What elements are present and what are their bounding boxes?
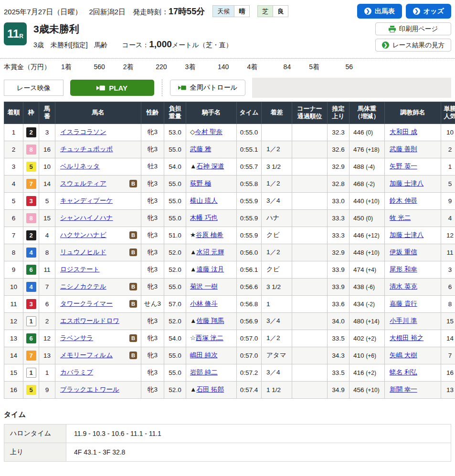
sex-age-cell: 牝3 bbox=[141, 261, 164, 278]
jockey-link[interactable]: 横山 琉人 bbox=[190, 197, 218, 204]
jockey-link[interactable]: 谷原 柚希 bbox=[196, 231, 223, 238]
horse-link[interactable]: カバラミプ bbox=[60, 369, 93, 376]
trainer-link[interactable]: 大根田 裕之 bbox=[390, 334, 423, 341]
trainer-cell: 矢野 英一 bbox=[385, 158, 441, 175]
column-header: タイム bbox=[237, 102, 262, 124]
popularity-cell: 14 bbox=[441, 330, 455, 347]
trainer-link[interactable]: 蛯名 利弘 bbox=[390, 369, 417, 376]
prize-amount: 220 bbox=[137, 63, 167, 71]
horse-link[interactable]: チュッチュポッポ bbox=[60, 145, 113, 153]
umaban-cell: 5 bbox=[39, 192, 55, 209]
umaban-cell: 9 bbox=[39, 381, 55, 398]
waku-badge: 3 bbox=[26, 299, 36, 309]
prize-item: 1着560 bbox=[61, 63, 123, 72]
horse-weight-cell: 448 (+10) bbox=[349, 244, 385, 261]
trainer-link[interactable]: 加藤 士津八 bbox=[390, 180, 423, 187]
waku-badge: 4 bbox=[26, 248, 36, 258]
trainer-cell: 牧 光二 bbox=[385, 209, 441, 227]
horse-link[interactable]: ロジステート bbox=[60, 266, 100, 273]
jockey-link[interactable]: 小林 脩斗 bbox=[190, 300, 218, 307]
trainer-link[interactable]: 加藤 士津八 bbox=[390, 231, 423, 238]
rank-cell: 1 bbox=[4, 124, 23, 141]
horse-link[interactable]: イスラコラソン bbox=[60, 128, 106, 135]
prize-money-row: 本賞金（万円） 1着5602着2203着1404着845着56 bbox=[0, 58, 455, 74]
horse-link[interactable]: メモリーフィルム bbox=[60, 352, 113, 359]
video-row: レース映像 PLAY 全周パトロール bbox=[4, 78, 451, 98]
course-label: コース： bbox=[122, 41, 149, 50]
trainer-cell: 小手川 準 bbox=[385, 312, 441, 330]
horse-link[interactable]: ブラックエトワール bbox=[60, 386, 119, 393]
horse-link[interactable]: ハクサンハナビ bbox=[60, 231, 106, 238]
trainer-link[interactable]: 牧 光二 bbox=[390, 214, 411, 221]
jockey-link[interactable]: 佐藤 翔馬 bbox=[196, 317, 224, 324]
jockey-link[interactable]: 岩部 純二 bbox=[190, 369, 218, 376]
horse-weight-cell: 440 (+10) bbox=[349, 192, 385, 209]
horse-link[interactable]: エスポワールドロワ bbox=[60, 317, 119, 324]
horse-link[interactable]: タワークライマー bbox=[60, 300, 113, 307]
trainer-link[interactable]: 新開 幸一 bbox=[390, 386, 417, 393]
trainer-link[interactable]: 大和田 成 bbox=[390, 128, 417, 135]
horse-link[interactable]: リュウノヒルド bbox=[60, 248, 106, 256]
trainer-link[interactable]: 嘉藤 貴行 bbox=[390, 300, 417, 307]
horse-link[interactable]: スウェルティア bbox=[60, 180, 106, 187]
trainer-cell: 大和田 成 bbox=[385, 124, 441, 141]
patrol-video-button[interactable]: 全周パトロール bbox=[170, 80, 245, 96]
jockey-link[interactable]: 遠藤 汰月 bbox=[196, 266, 224, 273]
result-row: 848リュウノヒルドB牝352.0▲水沼 元輝0:56.01／232.9448 … bbox=[4, 244, 455, 261]
jockey-link[interactable]: 木幡 巧也 bbox=[190, 214, 218, 221]
waku-cell: 6 bbox=[23, 261, 39, 278]
jockey-link[interactable]: 武藤 雅 bbox=[190, 145, 211, 153]
print-page-button[interactable]: 印刷用ページ bbox=[375, 22, 451, 35]
jockey-link[interactable]: 水沼 元輝 bbox=[196, 248, 224, 256]
waku-cell: 2 bbox=[23, 227, 39, 244]
result-guide-button[interactable]: ❯ レース結果の見方 bbox=[375, 39, 451, 52]
umaban-cell: 14 bbox=[39, 175, 55, 192]
weather-badge: 天候 晴 bbox=[212, 5, 250, 17]
jockey-link[interactable]: 荻野 極 bbox=[190, 180, 211, 187]
weather-label: 天候 bbox=[213, 6, 234, 17]
horse-link[interactable]: ニシノカクテル bbox=[60, 283, 106, 290]
trainer-link[interactable]: 鈴木 伸尋 bbox=[390, 197, 417, 204]
horse-weight-cell: 410 (+6) bbox=[349, 347, 385, 364]
last3f-cell: 32.8 bbox=[328, 175, 349, 192]
result-row: 6815シャンハイノハナ牝355.0木幡 巧也0:55.9ハナ33.3450 (… bbox=[4, 209, 455, 227]
umaban-cell: 1 bbox=[39, 364, 55, 381]
trainer-link[interactable]: 尾形 和幸 bbox=[390, 266, 417, 273]
corner-order-cell bbox=[292, 227, 328, 244]
prize-place: 4着 bbox=[247, 63, 257, 71]
odds-button[interactable]: ❯オッズ bbox=[406, 4, 451, 19]
trainer-link[interactable]: 清水 英克 bbox=[390, 283, 417, 290]
trainer-link[interactable]: 矢嶋 大樹 bbox=[390, 352, 417, 359]
horse-cell: イスラコラソン bbox=[55, 124, 141, 141]
horse-link[interactable]: ラベンサラ bbox=[60, 334, 93, 341]
sex-age-cell: 牝3 bbox=[141, 278, 164, 295]
divider bbox=[162, 79, 162, 96]
jockey-link[interactable]: 西塚 洸二 bbox=[196, 334, 223, 341]
jockey-link[interactable]: 菊沢 一樹 bbox=[190, 283, 218, 290]
prize-amount: 56 bbox=[322, 63, 353, 71]
jockey-link[interactable]: 石神 深道 bbox=[196, 163, 224, 170]
horse-link[interactable]: ベルリネッタ bbox=[60, 163, 100, 170]
entries-button[interactable]: ❯出馬表 bbox=[357, 4, 402, 19]
umaban-cell: 7 bbox=[39, 278, 55, 295]
waku-badge: 7 bbox=[26, 179, 36, 189]
trainer-link[interactable]: 伊坂 重信 bbox=[390, 248, 417, 256]
horse-link[interactable]: キャンディブーケ bbox=[60, 197, 113, 204]
trainer-link[interactable]: 武藤 善則 bbox=[390, 145, 417, 153]
horse-link[interactable]: シャンハイノハナ bbox=[60, 214, 113, 221]
rank-cell: 15 bbox=[4, 364, 23, 381]
jockey-link[interactable]: 石田 拓郎 bbox=[196, 386, 224, 393]
column-header: 単勝 人気 bbox=[441, 102, 455, 124]
column-header: 馬 番 bbox=[39, 102, 55, 124]
chevron-circle-icon: ❯ bbox=[382, 41, 389, 49]
corner-order-cell bbox=[292, 175, 328, 192]
trainer-link[interactable]: 矢野 英一 bbox=[390, 163, 417, 170]
jockey-link[interactable]: 今村 聖奈 bbox=[195, 128, 222, 135]
trainer-link[interactable]: 小手川 準 bbox=[390, 317, 417, 324]
trainer-cell: 新開 幸一 bbox=[385, 381, 441, 398]
start-time: 17時55分 bbox=[169, 7, 205, 16]
play-button[interactable]: PLAY bbox=[70, 80, 154, 96]
jockey-link[interactable]: 嶋田 純次 bbox=[190, 352, 218, 359]
prize-amount: 140 bbox=[198, 63, 229, 71]
jockey-mark: ▲ bbox=[190, 386, 196, 393]
